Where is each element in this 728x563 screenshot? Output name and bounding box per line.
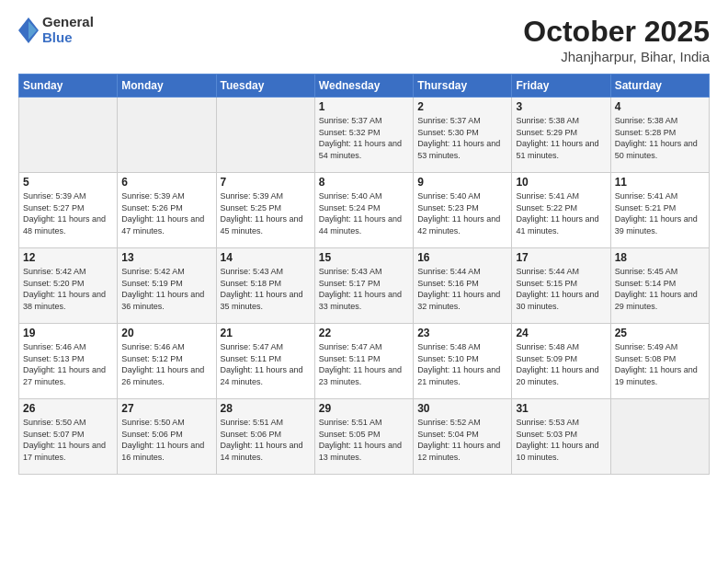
day-number: 29 (319, 402, 409, 415)
calendar-cell (216, 98, 314, 173)
day-info: Sunrise: 5:51 AM Sunset: 5:05 PM Dayligh… (319, 417, 409, 463)
calendar-cell: 19Sunrise: 5:46 AM Sunset: 5:13 PM Dayli… (19, 324, 118, 399)
calendar-week-4: 19Sunrise: 5:46 AM Sunset: 5:13 PM Dayli… (19, 324, 710, 399)
header-sunday: Sunday (19, 75, 118, 98)
day-number: 4 (615, 100, 705, 113)
day-number: 7 (221, 176, 311, 189)
day-info: Sunrise: 5:40 AM Sunset: 5:24 PM Dayligh… (319, 190, 409, 236)
calendar-week-5: 26Sunrise: 5:50 AM Sunset: 5:07 PM Dayli… (19, 399, 710, 475)
calendar-cell: 27Sunrise: 5:50 AM Sunset: 5:06 PM Dayli… (118, 399, 216, 475)
header: General Blue October 2025 Jhanjharpur, B… (18, 15, 710, 64)
day-number: 18 (615, 251, 705, 264)
logo-blue: Blue (42, 30, 94, 46)
day-number: 21 (221, 327, 311, 339)
day-number: 2 (417, 100, 507, 113)
day-number: 28 (221, 402, 311, 415)
calendar-cell (118, 98, 216, 173)
day-number: 23 (417, 327, 507, 339)
day-number: 6 (121, 176, 211, 189)
day-info: Sunrise: 5:40 AM Sunset: 5:23 PM Dayligh… (417, 190, 507, 236)
day-number: 16 (417, 251, 507, 264)
header-friday: Friday (512, 75, 610, 98)
day-info: Sunrise: 5:41 AM Sunset: 5:21 PM Dayligh… (615, 190, 705, 236)
calendar-cell: 8Sunrise: 5:40 AM Sunset: 5:24 PM Daylig… (314, 173, 413, 248)
day-number: 25 (615, 327, 705, 339)
day-info: Sunrise: 5:48 AM Sunset: 5:09 PM Dayligh… (516, 341, 606, 387)
day-number: 11 (615, 176, 705, 189)
day-info: Sunrise: 5:37 AM Sunset: 5:32 PM Dayligh… (319, 115, 409, 161)
day-number: 13 (121, 251, 211, 264)
calendar-cell: 9Sunrise: 5:40 AM Sunset: 5:23 PM Daylig… (414, 173, 512, 248)
day-number: 19 (23, 327, 113, 339)
header-tuesday: Tuesday (216, 75, 314, 98)
day-number: 20 (121, 327, 211, 339)
day-info: Sunrise: 5:46 AM Sunset: 5:12 PM Dayligh… (121, 341, 211, 387)
day-info: Sunrise: 5:43 AM Sunset: 5:18 PM Dayligh… (221, 266, 311, 312)
day-info: Sunrise: 5:42 AM Sunset: 5:19 PM Dayligh… (121, 266, 211, 312)
day-number: 3 (516, 100, 606, 113)
day-number: 8 (319, 176, 409, 189)
day-info: Sunrise: 5:39 AM Sunset: 5:25 PM Dayligh… (221, 190, 311, 236)
calendar-cell: 1Sunrise: 5:37 AM Sunset: 5:32 PM Daylig… (314, 98, 413, 173)
calendar-cell: 4Sunrise: 5:38 AM Sunset: 5:28 PM Daylig… (610, 98, 709, 173)
calendar-cell (19, 98, 118, 173)
calendar-cell: 10Sunrise: 5:41 AM Sunset: 5:22 PM Dayli… (512, 173, 610, 248)
calendar-cell: 13Sunrise: 5:42 AM Sunset: 5:19 PM Dayli… (118, 248, 216, 324)
day-number: 26 (23, 402, 113, 415)
calendar-cell: 22Sunrise: 5:47 AM Sunset: 5:11 PM Dayli… (314, 324, 413, 399)
day-info: Sunrise: 5:53 AM Sunset: 5:03 PM Dayligh… (516, 417, 606, 463)
title-block: October 2025 Jhanjharpur, Bihar, India (523, 15, 710, 64)
day-number: 12 (23, 251, 113, 264)
logo-icon (18, 17, 39, 43)
day-info: Sunrise: 5:43 AM Sunset: 5:17 PM Dayligh… (319, 266, 409, 312)
calendar-cell: 25Sunrise: 5:49 AM Sunset: 5:08 PM Dayli… (610, 324, 709, 399)
day-info: Sunrise: 5:50 AM Sunset: 5:06 PM Dayligh… (121, 417, 211, 463)
calendar-cell: 17Sunrise: 5:44 AM Sunset: 5:15 PM Dayli… (512, 248, 610, 324)
calendar-cell: 30Sunrise: 5:52 AM Sunset: 5:04 PM Dayli… (414, 399, 512, 475)
calendar-week-3: 12Sunrise: 5:42 AM Sunset: 5:20 PM Dayli… (19, 248, 710, 324)
calendar-cell: 7Sunrise: 5:39 AM Sunset: 5:25 PM Daylig… (216, 173, 314, 248)
day-info: Sunrise: 5:52 AM Sunset: 5:04 PM Dayligh… (417, 417, 507, 463)
calendar-cell: 15Sunrise: 5:43 AM Sunset: 5:17 PM Dayli… (314, 248, 413, 324)
day-info: Sunrise: 5:37 AM Sunset: 5:30 PM Dayligh… (417, 115, 507, 161)
day-number: 24 (516, 327, 606, 339)
page: General Blue October 2025 Jhanjharpur, B… (0, 0, 728, 563)
header-wednesday: Wednesday (314, 75, 413, 98)
calendar-cell: 5Sunrise: 5:39 AM Sunset: 5:27 PM Daylig… (19, 173, 118, 248)
day-info: Sunrise: 5:44 AM Sunset: 5:16 PM Dayligh… (417, 266, 507, 312)
day-info: Sunrise: 5:47 AM Sunset: 5:11 PM Dayligh… (221, 341, 311, 387)
day-info: Sunrise: 5:46 AM Sunset: 5:13 PM Dayligh… (23, 341, 113, 387)
day-number: 30 (417, 402, 507, 415)
day-number: 14 (221, 251, 311, 264)
calendar-cell: 11Sunrise: 5:41 AM Sunset: 5:21 PM Dayli… (610, 173, 709, 248)
calendar-cell: 26Sunrise: 5:50 AM Sunset: 5:07 PM Dayli… (19, 399, 118, 475)
calendar-cell: 18Sunrise: 5:45 AM Sunset: 5:14 PM Dayli… (610, 248, 709, 324)
calendar-cell: 20Sunrise: 5:46 AM Sunset: 5:12 PM Dayli… (118, 324, 216, 399)
day-info: Sunrise: 5:42 AM Sunset: 5:20 PM Dayligh… (23, 266, 113, 312)
calendar-cell: 29Sunrise: 5:51 AM Sunset: 5:05 PM Dayli… (314, 399, 413, 475)
calendar-cell: 14Sunrise: 5:43 AM Sunset: 5:18 PM Dayli… (216, 248, 314, 324)
day-info: Sunrise: 5:38 AM Sunset: 5:28 PM Dayligh… (615, 115, 705, 161)
calendar-cell: 16Sunrise: 5:44 AM Sunset: 5:16 PM Dayli… (414, 248, 512, 324)
header-monday: Monday (118, 75, 216, 98)
day-info: Sunrise: 5:39 AM Sunset: 5:26 PM Dayligh… (121, 190, 211, 236)
day-info: Sunrise: 5:51 AM Sunset: 5:06 PM Dayligh… (221, 417, 311, 463)
day-number: 15 (319, 251, 409, 264)
day-info: Sunrise: 5:38 AM Sunset: 5:29 PM Dayligh… (516, 115, 606, 161)
day-number: 17 (516, 251, 606, 264)
calendar-subtitle: Jhanjharpur, Bihar, India (523, 49, 710, 64)
header-thursday: Thursday (414, 75, 512, 98)
calendar-week-1: 1Sunrise: 5:37 AM Sunset: 5:32 PM Daylig… (19, 98, 710, 173)
calendar-title: October 2025 (523, 15, 710, 49)
weekday-header-row: Sunday Monday Tuesday Wednesday Thursday… (19, 75, 710, 98)
day-info: Sunrise: 5:44 AM Sunset: 5:15 PM Dayligh… (516, 266, 606, 312)
calendar-cell: 24Sunrise: 5:48 AM Sunset: 5:09 PM Dayli… (512, 324, 610, 399)
day-info: Sunrise: 5:45 AM Sunset: 5:14 PM Dayligh… (615, 266, 705, 312)
calendar-cell: 21Sunrise: 5:47 AM Sunset: 5:11 PM Dayli… (216, 324, 314, 399)
day-number: 1 (319, 100, 409, 113)
calendar-cell: 6Sunrise: 5:39 AM Sunset: 5:26 PM Daylig… (118, 173, 216, 248)
calendar-week-2: 5Sunrise: 5:39 AM Sunset: 5:27 PM Daylig… (19, 173, 710, 248)
calendar-cell: 2Sunrise: 5:37 AM Sunset: 5:30 PM Daylig… (414, 98, 512, 173)
calendar-cell: 31Sunrise: 5:53 AM Sunset: 5:03 PM Dayli… (512, 399, 610, 475)
calendar-cell: 23Sunrise: 5:48 AM Sunset: 5:10 PM Dayli… (414, 324, 512, 399)
